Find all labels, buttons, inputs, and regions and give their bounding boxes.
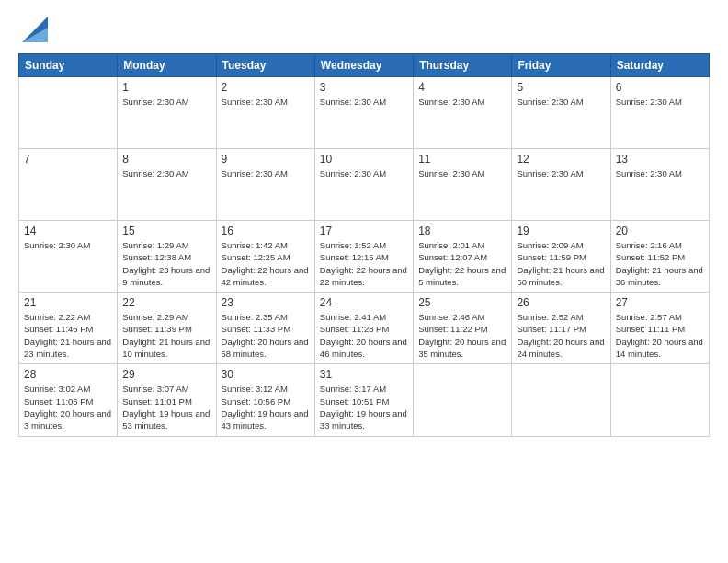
calendar-cell: 2Sunrise: 2:30 AM xyxy=(216,77,314,149)
day-number: 6 xyxy=(616,81,704,94)
calendar-cell: 16Sunrise: 1:42 AMSunset: 12:25 AMDaylig… xyxy=(216,221,314,293)
calendar-cell xyxy=(610,364,709,436)
calendar-cell: 24Sunrise: 2:41 AMSunset: 11:28 PMDaylig… xyxy=(314,293,413,364)
day-info: Sunrise: 1:29 AMSunset: 12:38 AMDaylight… xyxy=(122,239,210,288)
calendar-cell: 12Sunrise: 2:30 AM xyxy=(512,149,610,221)
day-number: 20 xyxy=(616,224,704,237)
day-number: 15 xyxy=(122,224,210,237)
day-number: 17 xyxy=(320,224,408,237)
day-number: 25 xyxy=(418,296,506,309)
day-number: 14 xyxy=(24,224,112,237)
calendar-table: SundayMondayTuesdayWednesdayThursdayFrid… xyxy=(18,53,710,437)
calendar-cell: 17Sunrise: 1:52 AMSunset: 12:15 AMDaylig… xyxy=(314,221,413,293)
day-number: 16 xyxy=(222,224,310,237)
calendar-cell: 11Sunrise: 2:30 AM xyxy=(414,149,512,221)
calendar-cell: 13Sunrise: 2:30 AM xyxy=(610,149,709,221)
day-number: 21 xyxy=(24,296,112,309)
col-header-monday: Monday xyxy=(118,54,216,77)
col-header-friday: Friday xyxy=(512,54,610,77)
logo-icon xyxy=(22,17,48,42)
day-number: 30 xyxy=(222,368,310,381)
day-number: 8 xyxy=(122,153,210,166)
page: SundayMondayTuesdayWednesdayThursdayFrid… xyxy=(0,0,728,563)
day-number: 11 xyxy=(418,153,506,166)
calendar-cell: 9Sunrise: 2:30 AM xyxy=(216,149,314,221)
day-info: Sunrise: 2:30 AM xyxy=(320,96,408,108)
day-info: Sunrise: 2:30 AM xyxy=(517,96,605,108)
calendar-cell xyxy=(19,77,118,149)
day-info: Sunrise: 2:29 AMSunset: 11:39 PMDaylight… xyxy=(122,311,210,360)
day-number: 23 xyxy=(222,296,310,309)
calendar-cell: 4Sunrise: 2:30 AM xyxy=(414,77,512,149)
week-row-4: 21Sunrise: 2:22 AMSunset: 11:46 PMDaylig… xyxy=(19,293,710,364)
calendar-cell: 14Sunrise: 2:30 AM xyxy=(19,221,118,293)
calendar-cell: 28Sunrise: 3:02 AMSunset: 11:06 PMDaylig… xyxy=(19,364,118,436)
calendar-cell: 21Sunrise: 2:22 AMSunset: 11:46 PMDaylig… xyxy=(19,293,118,364)
day-number: 7 xyxy=(24,153,112,166)
col-header-saturday: Saturday xyxy=(610,54,709,77)
day-number: 28 xyxy=(24,368,112,381)
day-number: 31 xyxy=(320,368,408,381)
day-info: Sunrise: 2:35 AMSunset: 11:33 PMDaylight… xyxy=(222,311,310,360)
day-number: 1 xyxy=(122,81,210,94)
day-info: Sunrise: 3:07 AMSunset: 11:01 PMDaylight… xyxy=(122,383,210,431)
calendar-cell: 20Sunrise: 2:16 AMSunset: 11:52 PMDaylig… xyxy=(610,221,709,293)
col-header-sunday: Sunday xyxy=(19,54,118,77)
day-info: Sunrise: 2:30 AM xyxy=(222,96,310,108)
calendar-cell: 19Sunrise: 2:09 AMSunset: 11:59 PMDaylig… xyxy=(512,221,610,293)
calendar-cell: 5Sunrise: 2:30 AM xyxy=(512,77,610,149)
calendar-cell: 25Sunrise: 2:46 AMSunset: 11:22 PMDaylig… xyxy=(414,293,512,364)
calendar-cell: 29Sunrise: 3:07 AMSunset: 11:01 PMDaylig… xyxy=(118,364,216,436)
day-info: Sunrise: 2:46 AMSunset: 11:22 PMDaylight… xyxy=(418,311,506,360)
day-info: Sunrise: 3:12 AMSunset: 10:56 PMDaylight… xyxy=(222,383,310,431)
day-info: Sunrise: 2:52 AMSunset: 11:17 PMDaylight… xyxy=(517,311,605,360)
day-info: Sunrise: 2:16 AMSunset: 11:52 PMDaylight… xyxy=(616,239,704,288)
calendar-cell: 3Sunrise: 2:30 AM xyxy=(314,77,413,149)
day-info: Sunrise: 2:22 AMSunset: 11:46 PMDaylight… xyxy=(24,311,112,360)
day-number: 9 xyxy=(222,153,310,166)
calendar-cell: 27Sunrise: 2:57 AMSunset: 11:11 PMDaylig… xyxy=(610,293,709,364)
day-info: Sunrise: 3:17 AMSunset: 10:51 PMDaylight… xyxy=(320,383,408,431)
calendar-cell: 6Sunrise: 2:30 AM xyxy=(610,77,709,149)
calendar-cell: 8Sunrise: 2:30 AM xyxy=(118,149,216,221)
calendar-cell: 30Sunrise: 3:12 AMSunset: 10:56 PMDaylig… xyxy=(216,364,314,436)
col-header-tuesday: Tuesday xyxy=(216,54,314,77)
day-info: Sunrise: 2:09 AMSunset: 11:59 PMDaylight… xyxy=(517,239,605,288)
day-number: 5 xyxy=(517,81,605,94)
day-info: Sunrise: 2:30 AM xyxy=(418,96,506,108)
day-number: 10 xyxy=(320,153,408,166)
calendar-header-row: SundayMondayTuesdayWednesdayThursdayFrid… xyxy=(19,54,710,77)
day-number: 13 xyxy=(616,153,704,166)
calendar-cell: 1Sunrise: 2:30 AM xyxy=(118,77,216,149)
day-number: 24 xyxy=(320,296,408,309)
day-number: 26 xyxy=(517,296,605,309)
day-number: 29 xyxy=(122,368,210,381)
calendar-cell: 18Sunrise: 2:01 AMSunset: 12:07 AMDaylig… xyxy=(414,221,512,293)
calendar-cell: 31Sunrise: 3:17 AMSunset: 10:51 PMDaylig… xyxy=(314,364,413,436)
day-number: 4 xyxy=(418,81,506,94)
day-info: Sunrise: 2:30 AM xyxy=(320,167,408,179)
day-info: Sunrise: 2:30 AM xyxy=(24,239,112,251)
day-number: 18 xyxy=(418,224,506,237)
week-row-3: 14Sunrise: 2:30 AM15Sunrise: 1:29 AMSuns… xyxy=(19,221,710,293)
day-number: 22 xyxy=(122,296,210,309)
day-info: Sunrise: 2:30 AM xyxy=(418,167,506,179)
day-number: 27 xyxy=(616,296,704,309)
header xyxy=(18,17,710,42)
day-info: Sunrise: 2:30 AM xyxy=(122,96,210,108)
week-row-1: 1Sunrise: 2:30 AM2Sunrise: 2:30 AM3Sunri… xyxy=(19,77,710,149)
day-info: Sunrise: 2:01 AMSunset: 12:07 AMDaylight… xyxy=(418,239,506,288)
week-row-2: 78Sunrise: 2:30 AM9Sunrise: 2:30 AM10Sun… xyxy=(19,149,710,221)
day-number: 19 xyxy=(517,224,605,237)
calendar-cell xyxy=(414,364,512,436)
col-header-thursday: Thursday xyxy=(414,54,512,77)
calendar-cell xyxy=(512,364,610,436)
day-number: 12 xyxy=(517,153,605,166)
week-row-5: 28Sunrise: 3:02 AMSunset: 11:06 PMDaylig… xyxy=(19,364,710,436)
day-info: Sunrise: 2:30 AM xyxy=(122,167,210,179)
calendar-cell: 15Sunrise: 1:29 AMSunset: 12:38 AMDaylig… xyxy=(118,221,216,293)
calendar-cell: 23Sunrise: 2:35 AMSunset: 11:33 PMDaylig… xyxy=(216,293,314,364)
day-info: Sunrise: 2:30 AM xyxy=(222,167,310,179)
calendar-cell: 10Sunrise: 2:30 AM xyxy=(314,149,413,221)
day-number: 3 xyxy=(320,81,408,94)
